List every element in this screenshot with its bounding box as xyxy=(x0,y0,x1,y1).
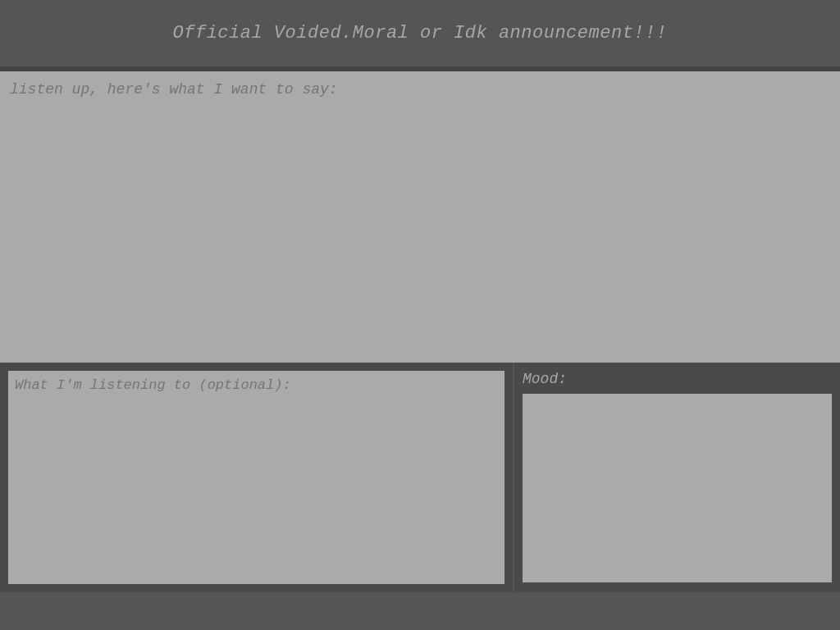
page-title: Official Voided.Moral or Idk announcemen… xyxy=(16,23,824,43)
mood-label: Mood: xyxy=(523,371,832,387)
content-area: Mood: xyxy=(0,71,840,592)
page-header: Official Voided.Moral or Idk announcemen… xyxy=(0,0,840,69)
mood-section: Mood: xyxy=(513,363,840,592)
bottom-section: Mood: xyxy=(0,363,840,592)
listening-textarea-wrapper xyxy=(8,371,504,584)
main-textarea-wrapper xyxy=(0,71,840,363)
listening-section xyxy=(0,363,513,592)
listening-textarea[interactable] xyxy=(13,376,500,579)
mood-textarea[interactable] xyxy=(523,394,832,582)
main-announcement-textarea[interactable] xyxy=(7,78,833,356)
mood-textarea-wrapper xyxy=(523,394,832,582)
